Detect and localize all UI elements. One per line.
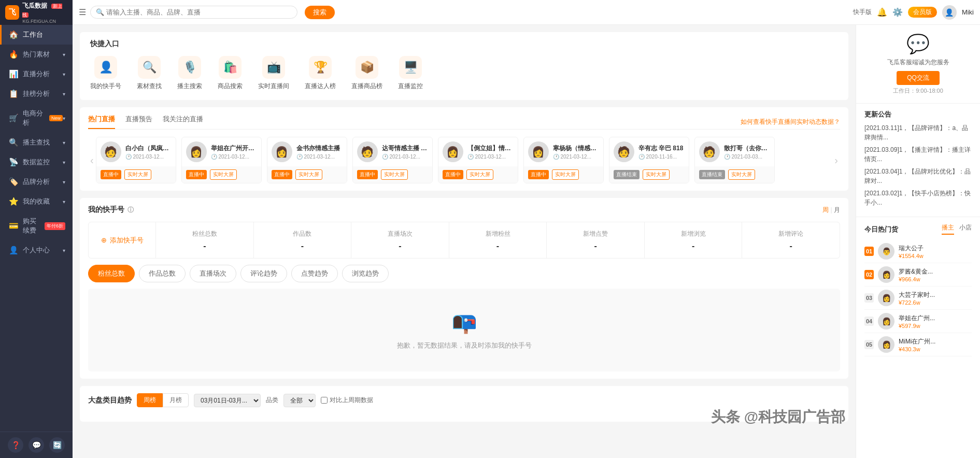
- news-item-2[interactable]: [2021.03.09]1，【播主评情】：播主详情页...: [864, 145, 972, 164]
- card-avatar-3: 👩: [272, 141, 292, 162]
- date-select[interactable]: 03月01日-03月...: [194, 394, 261, 407]
- news-item-4[interactable]: [2021.03.02]1，【快手小店热榜】：快手小...: [864, 189, 972, 207]
- sidebar-item-streamer-search[interactable]: 🔍 播主查找 ▾: [0, 133, 73, 152]
- menu-icon[interactable]: ☰: [79, 7, 86, 17]
- stat-fans-total: 粉丝总数 -: [156, 222, 254, 258]
- tab-live-preview[interactable]: 直播预告: [125, 115, 152, 129]
- tab-live-sessions[interactable]: 直播场次: [190, 265, 236, 282]
- stat-live-count-value: -: [399, 241, 401, 251]
- hot-item-1[interactable]: 01 👨 瑞大公子 ¥1554.4w: [864, 240, 972, 263]
- quick-icon-leaderboard[interactable]: 🏆 直播达人榜: [305, 56, 336, 91]
- quick-icon-product[interactable]: 🛍️ 商品搜索: [218, 56, 243, 91]
- week-btn[interactable]: 周榜: [137, 393, 163, 407]
- news-item-3[interactable]: [2021.03.04]1，【品牌对比优化】：品牌对...: [864, 167, 972, 185]
- screen-badge-7[interactable]: 实时大屏: [643, 169, 670, 180]
- live-card-2[interactable]: 👩 举姐在广州开服... 🕐 2021-03-12... 直播中 实时大屏: [181, 137, 262, 183]
- sidebar-item-personal[interactable]: 👤 个人中心 ▾: [0, 240, 73, 260]
- live-card-5[interactable]: 👩 【倒立姐】情感... 🕐 2021-03-12... 直播中 实时大屏: [438, 137, 518, 183]
- screen-badge-5[interactable]: 实时大屏: [466, 169, 493, 180]
- live-card-8[interactable]: 🧑 散打哥（去你家... 🕐 2021-03-03... 直播结束 实时大屏: [694, 137, 775, 183]
- screen-badge-1[interactable]: 实时大屏: [124, 169, 151, 180]
- hot-info-4: 举姐在广州... ¥597.9w: [899, 314, 972, 329]
- quick-icon-my-kuaishou[interactable]: 👤 我的快手号: [90, 56, 121, 91]
- stat-new-fans-value: -: [496, 241, 499, 251]
- hot-price-3: ¥722.6w: [899, 299, 972, 306]
- vip-badge[interactable]: 会员版: [908, 7, 937, 18]
- search-button[interactable]: 搜索: [305, 6, 335, 19]
- personal-icon: 👤: [9, 246, 19, 255]
- sidebar-item-buy[interactable]: 💳 购买续费 年付6折: [0, 211, 73, 240]
- new-badge: New: [49, 115, 63, 121]
- product-rank-label: 直播商品榜: [351, 82, 382, 91]
- stat-new-comments-label: 新增评论: [778, 230, 803, 238]
- hot-avatar-5: 👩: [878, 336, 894, 353]
- live-card-1[interactable]: 🧑 白小白（凤疯少... 🕐 2021-03-12... 直播中 实时大屏: [96, 137, 176, 183]
- screen-badge-2[interactable]: 实时大屏: [210, 169, 237, 180]
- quick-icon-material[interactable]: 🔍 素材查找: [137, 56, 162, 91]
- hot-info-3: 大芸子家时... ¥722.6w: [899, 291, 972, 306]
- notify-icon[interactable]: 🔔: [877, 7, 887, 17]
- hot-item-3[interactable]: 03 👩 大芸子家时... ¥722.6w: [864, 287, 972, 310]
- sidebar-item-hot-material[interactable]: 🔥 热门素材 ▾: [0, 45, 73, 64]
- sidebar-item-favorites[interactable]: ⭐ 我的收藏 ▾: [0, 192, 73, 211]
- search-input[interactable]: [106, 8, 292, 16]
- hot-item-5[interactable]: 05 👩 MiMi在广州... ¥430.3w: [864, 333, 972, 356]
- live-card-7[interactable]: 🧑 辛有志 辛巴 818 🕐 2020-11-16... 直播结束 实时大屏: [609, 137, 689, 183]
- qq-btn[interactable]: QQ交流: [897, 71, 940, 85]
- next-arrow-icon[interactable]: ›: [832, 154, 840, 166]
- sidebar-item-live-analysis[interactable]: 📊 直播分析 ▾: [0, 64, 73, 84]
- refresh-icon[interactable]: 🔄: [49, 437, 65, 453]
- settings-icon[interactable]: ⚙️: [892, 7, 903, 17]
- tab-works-total[interactable]: 作品总数: [139, 265, 186, 282]
- sidebar-label-hot-material: 热门素材: [23, 50, 63, 59]
- sidebar-item-data-monitor[interactable]: 📡 数据监控 ▾: [0, 152, 73, 172]
- sidebar-item-brand-analysis[interactable]: 🏷️ 品牌分析 ▾: [0, 172, 73, 192]
- version-btn[interactable]: 快手版: [853, 8, 872, 17]
- card-date-2: 🕐 2021-03-12...: [211, 154, 257, 160]
- streamer-icon: 🎙️: [178, 56, 201, 79]
- help-icon[interactable]: ❓: [8, 437, 23, 453]
- screen-badge-3[interactable]: 实时大屏: [295, 169, 322, 180]
- live-hint[interactable]: 如何查看快手直播间实时动态数据？: [741, 118, 840, 126]
- sidebar-item-ranking[interactable]: 📋 挂榜分析 ▾: [0, 84, 73, 104]
- category-select[interactable]: 全部: [283, 394, 316, 407]
- prev-arrow-icon[interactable]: ‹: [88, 154, 96, 166]
- quick-icon-streamer[interactable]: 🎙️ 播主搜索: [177, 56, 202, 91]
- chevron-down-icon-6: ▾: [63, 160, 65, 165]
- tab-comment-trend[interactable]: 评论趋势: [240, 265, 287, 282]
- hot-tab-shop[interactable]: 小店: [959, 223, 972, 235]
- tab-following-live[interactable]: 我关注的直播: [163, 115, 203, 129]
- card-date-5: 🕐 2021-03-12...: [467, 154, 514, 160]
- add-kuaishou-btn[interactable]: ⊕ 添加快手号: [89, 222, 156, 258]
- tab-like-trend[interactable]: 点赞趋势: [291, 265, 338, 282]
- quick-icon-monitor[interactable]: 🖥️ 直播监控: [398, 56, 423, 91]
- live-card-3[interactable]: 👩 金书亦情感主播 🕐 2021-03-12... 直播中 实时大屏: [267, 137, 347, 183]
- quick-icon-product-rank[interactable]: 📦 直播商品榜: [351, 56, 382, 91]
- avatar: 👤: [942, 5, 957, 20]
- sidebar-label-workspace: 工作台: [23, 30, 65, 39]
- quick-entry-section: 快捷入口 👤 我的快手号 🔍 素材查找 🎙️ 播主搜索: [80, 32, 848, 100]
- screen-badge-6[interactable]: 实时大屏: [552, 169, 579, 180]
- hot-item-4[interactable]: 04 👩 举姐在广州... ¥597.9w: [864, 310, 972, 333]
- tab-view-trend[interactable]: 浏览趋势: [342, 265, 389, 282]
- compare-checkbox[interactable]: [321, 397, 328, 404]
- quick-icon-live-realtime[interactable]: 📺 实时直播间: [258, 56, 289, 91]
- card-avatar-2: 👩: [186, 141, 207, 162]
- sidebar-item-ecom[interactable]: 🛒 电商分析 New ▾: [0, 104, 73, 133]
- chevron-down-icon: ▾: [63, 52, 65, 58]
- period-month[interactable]: 月: [834, 206, 840, 213]
- screen-badge-4[interactable]: 实时大屏: [381, 169, 408, 180]
- live-cards-list: 🧑 白小白（凤疯少... 🕐 2021-03-12... 直播中 实时大屏: [96, 137, 833, 183]
- news-item-1[interactable]: [2021.03.11]1，【品牌评情】：a、品牌舆情...: [864, 123, 972, 142]
- month-btn[interactable]: 月榜: [163, 393, 189, 407]
- hot-item-2[interactable]: 02 👩 罗酱&黄金... ¥966.4w: [864, 263, 972, 287]
- tab-fans-total[interactable]: 粉丝总数: [88, 265, 135, 282]
- screen-badge-8[interactable]: 实时大屏: [728, 169, 755, 180]
- hot-tab-streamer[interactable]: 播主: [942, 223, 954, 235]
- tab-hot-live[interactable]: 热门直播: [88, 115, 115, 129]
- live-card-6[interactable]: 👩 寒杨杨（情感连... 🕐 2021-03-12... 直播中 实时大屏: [523, 137, 604, 183]
- live-card-4[interactable]: 🧑 达哥情感主播 ~... 🕐 2021-03-12... 直播中 实时大屏: [352, 137, 433, 183]
- sidebar-item-workspace[interactable]: 🏠 工作台: [0, 25, 73, 45]
- period-week[interactable]: 周: [822, 206, 829, 213]
- chat-icon[interactable]: 💬: [29, 437, 44, 453]
